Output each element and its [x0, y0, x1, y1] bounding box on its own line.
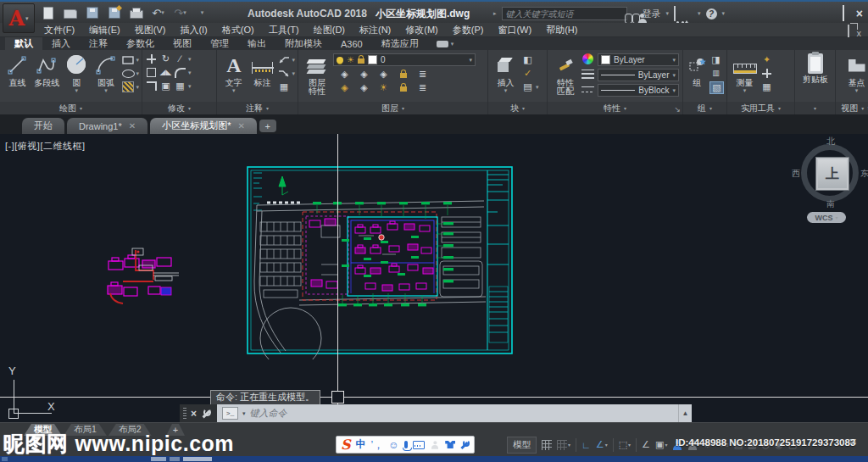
viewport-controls-label[interactable]: [-][俯视][二维线框]: [5, 140, 86, 153]
polyline-button[interactable]: 多段线: [32, 52, 62, 87]
signin-button[interactable]: 登录: [643, 8, 661, 20]
layer-on-tool-icon[interactable]: ◈: [338, 82, 351, 93]
panel-label-groups[interactable]: 组▾: [683, 102, 726, 114]
ime-emoji-icon[interactable]: ☺: [388, 440, 398, 450]
panel-label-clipboard[interactable]: ▾: [795, 102, 835, 114]
panel-label-annotate[interactable]: 注释▾: [217, 102, 298, 114]
menu-item[interactable]: 参数(P): [453, 24, 484, 36]
new-file-icon[interactable]: [41, 6, 55, 19]
fillet-icon[interactable]: [174, 67, 186, 78]
ribbon-tab[interactable]: 插入: [42, 37, 80, 50]
file-tab-close-icon[interactable]: ✕: [237, 121, 244, 131]
store-cart-icon[interactable]: [674, 6, 676, 21]
file-tab[interactable]: Drawing1* ✕: [67, 118, 147, 134]
ortho-mode-icon[interactable]: ∟: [581, 440, 591, 450]
layer-properties-button[interactable]: 图层特性: [301, 52, 333, 96]
command-history-expand-icon[interactable]: ▲: [678, 404, 692, 422]
sogou-logo[interactable]: S: [341, 438, 351, 452]
paste-button[interactable]: 剪贴板: [798, 52, 833, 84]
layer-unisolate-icon[interactable]: ◈: [358, 82, 370, 93]
viewcube-west-label[interactable]: 西: [792, 168, 800, 180]
grid-display-icon[interactable]: [542, 440, 552, 450]
menu-item[interactable]: 绘图(D): [314, 24, 345, 36]
ribbon-tab[interactable]: 视图: [164, 37, 201, 50]
model-space-button[interactable]: 模型: [507, 437, 537, 454]
layer-dropdown[interactable]: ☀ 0 ▾: [333, 53, 476, 66]
scale-icon[interactable]: ▣: [159, 81, 172, 92]
mirror-icon[interactable]: ◢◣: [159, 67, 172, 78]
array-icon[interactable]: ▦: [174, 81, 186, 92]
a360-dropdown-icon[interactable]: ▾: [698, 10, 701, 17]
viewcube-east-label[interactable]: 东: [860, 168, 868, 180]
object-color-icon[interactable]: [581, 53, 594, 64]
undo-icon[interactable]: ↶▾: [151, 6, 165, 19]
id-point-icon[interactable]: [760, 68, 773, 79]
lineweight-dropdown[interactable]: ByLayer▾: [598, 69, 679, 81]
file-tab-close-icon[interactable]: ✕: [129, 121, 136, 131]
create-block-icon[interactable]: ◧: [521, 54, 534, 65]
color-dropdown[interactable]: ByLayer▾: [598, 53, 679, 66]
menu-item[interactable]: 编辑(E): [89, 24, 120, 36]
redo-icon[interactable]: ↷▾: [173, 6, 187, 19]
menu-item[interactable]: 工具(T): [269, 24, 299, 36]
panel-label-modify[interactable]: 修改▾: [142, 102, 216, 114]
viewcube-south-label[interactable]: 南: [826, 198, 835, 210]
close-button[interactable]: ×: [856, 8, 863, 19]
recent-commands-icon[interactable]: >_: [222, 407, 238, 420]
menu-item[interactable]: 修改(M): [405, 24, 438, 36]
properties-dialog-launcher[interactable]: ↘: [674, 105, 681, 114]
a360-icon[interactable]: [681, 6, 693, 21]
text-button[interactable]: A 文字 ▾: [220, 52, 248, 94]
menu-item[interactable]: 标注(N): [359, 24, 391, 36]
layer-match-icon[interactable]: ≣: [416, 69, 429, 80]
arc-button[interactable]: 圆弧 ▾: [92, 52, 121, 94]
measure-button[interactable]: 测量 ▾: [730, 52, 760, 94]
group-select-icon[interactable]: ▧: [709, 81, 724, 94]
layer-isolate-icon[interactable]: ◈: [358, 69, 370, 80]
viewcube[interactable]: 北 西 东 南 上 WCS▾: [795, 137, 868, 231]
ribbon-tab[interactable]: 附加模块: [275, 37, 331, 50]
command-close-icon[interactable]: ×: [191, 408, 197, 420]
quick-select-icon[interactable]: ✦: [760, 54, 773, 65]
application-menu-button[interactable]: A▾: [3, 3, 35, 33]
dimension-button[interactable]: 标注: [248, 52, 277, 87]
layer-lock-tool-icon[interactable]: [397, 69, 409, 80]
leader-icon[interactable]: [277, 54, 290, 65]
menu-item[interactable]: 视图(V): [135, 24, 166, 36]
layer-thaw-tool-icon[interactable]: ☀: [377, 82, 390, 93]
viewcube-top-face[interactable]: 上: [815, 157, 849, 191]
table-icon[interactable]: ▦: [277, 81, 290, 92]
ime-voice-icon[interactable]: [404, 441, 409, 448]
ellipse-icon[interactable]: [122, 68, 135, 79]
stretch-icon[interactable]: [145, 81, 158, 92]
ribbon-tab[interactable]: 精选应用: [372, 37, 428, 50]
line-button[interactable]: 直线: [3, 52, 32, 87]
qat-customize-icon[interactable]: ▾: [195, 6, 209, 19]
ime-toolbar[interactable]: S 中 ’， ☺: [336, 436, 475, 454]
command-customize-icon[interactable]: [201, 409, 211, 419]
layer-prev-icon[interactable]: ≣: [416, 82, 429, 93]
rectangle-icon[interactable]: [122, 54, 135, 65]
ime-punctuation-icon[interactable]: ’，: [371, 440, 384, 450]
panel-label-block[interactable]: 块▾: [488, 102, 547, 114]
layer-unlock-icon[interactable]: [397, 82, 409, 93]
circle-button[interactable]: 圆 ▾: [62, 52, 92, 94]
signin-dropdown-icon[interactable]: ▾: [666, 10, 670, 17]
menu-item[interactable]: 插入(I): [180, 24, 207, 36]
ribbon-tab[interactable]: 默认: [5, 37, 42, 50]
command-input-placeholder[interactable]: 键入命令: [250, 407, 287, 420]
panel-label-properties[interactable]: 特性▾: [548, 102, 682, 114]
block-editor-icon[interactable]: ▤: [521, 81, 534, 92]
ime-skin-icon[interactable]: [445, 441, 455, 448]
open-file-icon[interactable]: [63, 6, 77, 19]
group-edit-icon[interactable]: ▥: [709, 68, 722, 79]
linetype-icon[interactable]: [581, 84, 594, 95]
file-tab[interactable]: 小区坐标规划图* ✕: [150, 118, 257, 134]
lineweight-icon[interactable]: [581, 69, 594, 80]
edit-attribute-icon[interactable]: ✓: [521, 68, 534, 79]
ribbon-tab[interactable]: 注释: [80, 37, 117, 50]
command-bar-grip[interactable]: [183, 408, 186, 419]
layer-freeze-icon[interactable]: ◈: [377, 69, 390, 80]
base-button[interactable]: 基点 ▾: [842, 52, 868, 94]
polar-tracking-icon[interactable]: ∠▾: [596, 439, 608, 450]
